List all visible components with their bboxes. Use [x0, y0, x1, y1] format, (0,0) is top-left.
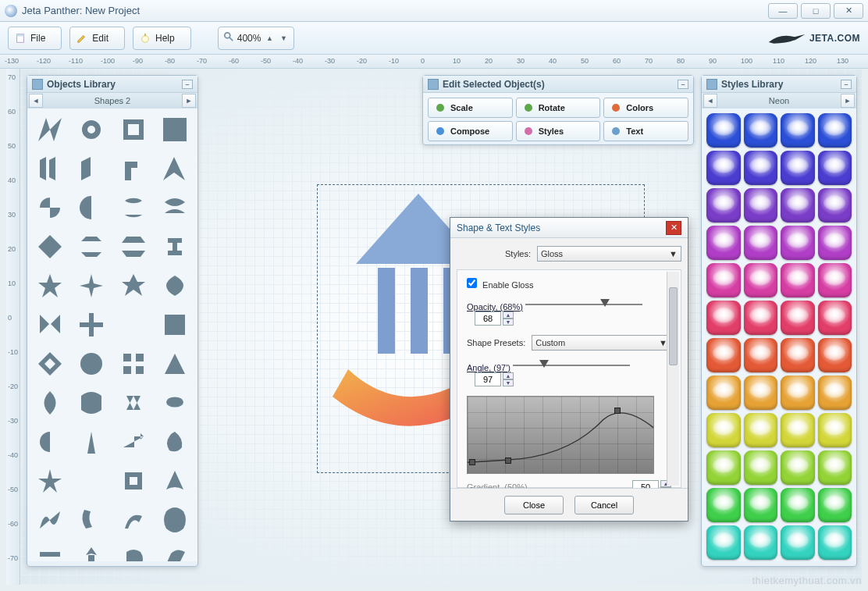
spin-up-icon[interactable]: ▲ — [503, 372, 514, 379]
shape-item[interactable] — [30, 541, 69, 561]
zoom-control[interactable]: 400% ▲ ▼ — [218, 27, 295, 50]
style-swatch[interactable] — [818, 151, 852, 185]
styles-library-header[interactable]: Styles Library – — [702, 76, 856, 93]
style-swatch[interactable] — [744, 301, 778, 335]
shape-item[interactable] — [114, 268, 153, 304]
shape-item[interactable] — [114, 502, 153, 538]
shape-item[interactable] — [114, 112, 153, 148]
close-window-button[interactable]: ✕ — [834, 3, 863, 19]
style-swatch[interactable] — [744, 488, 778, 522]
shape-item[interactable] — [156, 502, 195, 538]
shape-item[interactable] — [73, 424, 112, 460]
shape-item[interactable] — [73, 385, 112, 421]
help-menu[interactable]: Help — [133, 27, 191, 50]
shape-item[interactable] — [156, 385, 195, 421]
zoom-up-icon[interactable]: ▲ — [264, 34, 275, 42]
style-swatch[interactable] — [781, 188, 815, 223]
style-swatch[interactable] — [706, 413, 741, 447]
style-swatch[interactable] — [781, 151, 815, 185]
shape-item[interactable] — [114, 190, 153, 226]
style-swatch[interactable] — [744, 525, 778, 560]
maximize-button[interactable]: □ — [801, 3, 831, 19]
curve-editor[interactable] — [467, 396, 654, 474]
style-swatch[interactable] — [744, 113, 778, 148]
style-swatch[interactable] — [706, 263, 741, 297]
styles-button[interactable]: Styles — [516, 121, 601, 141]
shape-item[interactable] — [156, 190, 195, 226]
style-swatch[interactable] — [818, 226, 852, 260]
shape-item[interactable] — [73, 190, 112, 226]
style-swatch[interactable] — [781, 413, 815, 447]
edit-objects-header[interactable]: Edit Selected Object(s) – — [423, 76, 693, 93]
enable-gloss-checkbox[interactable] — [467, 278, 477, 288]
shape-item[interactable] — [156, 268, 195, 304]
close-button[interactable]: Close — [504, 496, 564, 514]
shape-item[interactable] — [30, 463, 69, 499]
style-swatch[interactable] — [781, 263, 815, 297]
shape-item[interactable] — [114, 424, 153, 460]
styles-prev-button[interactable]: ◄ — [703, 94, 717, 108]
style-swatch[interactable] — [706, 450, 741, 485]
style-swatch[interactable] — [744, 226, 778, 260]
shape-item[interactable] — [73, 151, 112, 187]
style-swatch[interactable] — [744, 338, 778, 372]
shape-item[interactable] — [114, 346, 153, 382]
cancel-button[interactable]: Cancel — [575, 496, 634, 514]
style-swatch[interactable] — [706, 113, 741, 148]
style-swatch[interactable] — [781, 338, 815, 372]
file-menu[interactable]: File — [8, 27, 62, 50]
curve-handle[interactable] — [469, 459, 475, 465]
edit-menu[interactable]: Edit — [69, 27, 125, 50]
shape-item[interactable] — [73, 541, 112, 561]
style-swatch[interactable] — [706, 525, 741, 560]
style-swatch[interactable] — [818, 488, 852, 522]
dialog-titlebar[interactable]: Shape & Text Styles ✕ — [450, 218, 688, 238]
style-swatch[interactable] — [706, 151, 741, 185]
shape-item[interactable] — [114, 541, 153, 561]
shape-item[interactable] — [30, 229, 69, 265]
angle-input[interactable] — [475, 372, 501, 386]
style-swatch[interactable] — [744, 413, 778, 447]
opacity-input[interactable] — [475, 312, 501, 326]
style-swatch[interactable] — [781, 113, 815, 148]
shape-item[interactable] — [156, 541, 195, 561]
shape-item[interactable] — [30, 385, 69, 421]
shape-item[interactable] — [156, 229, 195, 265]
styles-dropdown[interactable]: Gloss▼ — [537, 246, 681, 262]
angle-slider[interactable] — [513, 360, 630, 371]
shape-item[interactable] — [73, 229, 112, 265]
shape-item[interactable] — [73, 268, 112, 304]
style-swatch[interactable] — [818, 376, 852, 410]
shape-item[interactable] — [30, 424, 69, 460]
style-swatch[interactable] — [818, 188, 852, 223]
style-swatch[interactable] — [706, 488, 741, 522]
shape-item[interactable] — [114, 151, 153, 187]
shape-item[interactable] — [73, 346, 112, 382]
style-swatch[interactable] — [818, 413, 852, 447]
dialog-scrollbar[interactable] — [667, 272, 679, 486]
rotate-button[interactable]: Rotate — [516, 98, 601, 118]
dialog-close-button[interactable]: ✕ — [666, 221, 681, 235]
shape-item[interactable] — [114, 385, 153, 421]
shape-item[interactable] — [114, 307, 153, 343]
style-swatch[interactable] — [744, 263, 778, 297]
shape-item[interactable] — [156, 346, 195, 382]
shape-item[interactable] — [30, 151, 69, 187]
style-swatch[interactable] — [744, 450, 778, 485]
shape-item[interactable] — [156, 151, 195, 187]
minimize-button[interactable]: — — [768, 3, 798, 19]
style-swatch[interactable] — [818, 450, 852, 485]
curve-handle[interactable] — [505, 457, 511, 464]
collapse-icon[interactable]: – — [841, 80, 852, 89]
style-swatch[interactable] — [818, 525, 852, 560]
shape-item[interactable] — [114, 463, 153, 499]
style-swatch[interactable] — [781, 301, 815, 335]
scale-button[interactable]: Scale — [428, 98, 513, 118]
shape-item[interactable] — [73, 463, 112, 499]
style-swatch[interactable] — [706, 301, 741, 335]
shape-item[interactable] — [30, 307, 69, 343]
shape-item[interactable] — [30, 502, 69, 538]
shape-item[interactable] — [30, 346, 69, 382]
collapse-icon[interactable]: – — [678, 80, 688, 89]
style-swatch[interactable] — [818, 263, 852, 297]
